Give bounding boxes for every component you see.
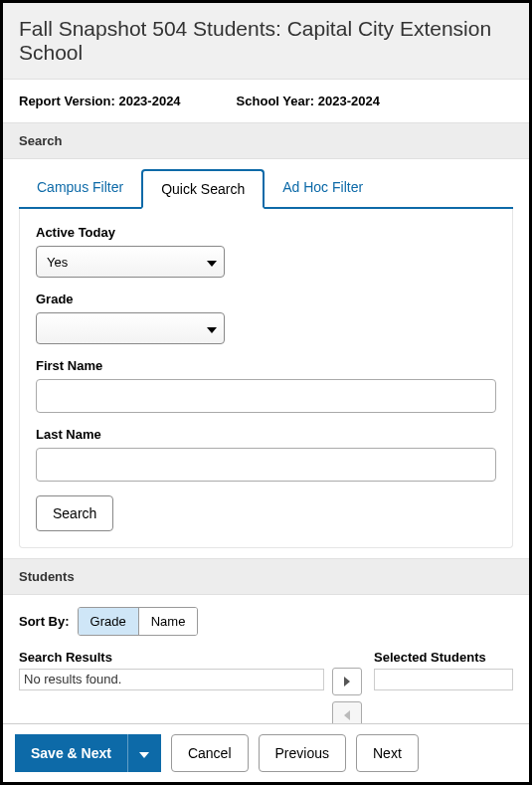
tabs-container: Campus Filter Quick Search Ad Hoc Filter bbox=[3, 159, 529, 209]
tab-ad-hoc-filter[interactable]: Ad Hoc Filter bbox=[265, 169, 381, 207]
school-year-value: 2023-2024 bbox=[318, 94, 380, 108]
cancel-button[interactable]: Cancel bbox=[171, 734, 249, 772]
grade-select-wrap bbox=[36, 312, 225, 344]
search-results-heading: Search Results bbox=[19, 650, 324, 665]
footer-bar: Save & Next Cancel Previous Next bbox=[3, 723, 529, 782]
chevron-left-icon bbox=[343, 708, 351, 723]
active-today-select-wrap: Yes bbox=[36, 246, 225, 278]
search-button[interactable]: Search bbox=[36, 495, 113, 531]
sort-name-button[interactable]: Name bbox=[139, 608, 198, 635]
grade-group: Grade bbox=[36, 292, 496, 344]
students-section-header: Students bbox=[3, 558, 529, 595]
report-version-value: 2023-2024 bbox=[118, 94, 180, 108]
sort-by-label: Sort By: bbox=[19, 614, 70, 629]
grade-label: Grade bbox=[36, 292, 496, 306]
first-name-label: First Name bbox=[36, 358, 496, 373]
students-panel: Sort By: Grade Name Search Results No re… bbox=[3, 595, 529, 741]
save-next-button[interactable]: Save & Next bbox=[15, 734, 127, 772]
results-row: Search Results No results found. Selecte… bbox=[19, 650, 513, 729]
last-name-input[interactable] bbox=[36, 448, 496, 482]
tab-campus-filter[interactable]: Campus Filter bbox=[19, 169, 141, 207]
last-name-label: Last Name bbox=[36, 427, 496, 442]
active-today-label: Active Today bbox=[36, 225, 496, 240]
report-meta: Report Version: 2023-2024 School Year: 2… bbox=[3, 80, 529, 122]
sort-toggle-group: Grade Name bbox=[78, 607, 199, 636]
save-next-dropdown-button[interactable] bbox=[127, 734, 161, 772]
caret-down-icon bbox=[139, 746, 149, 761]
grade-select[interactable] bbox=[36, 312, 225, 344]
search-results-box[interactable]: No results found. bbox=[19, 669, 324, 690]
chevron-right-icon bbox=[343, 675, 351, 689]
active-today-select[interactable]: Yes bbox=[36, 246, 225, 278]
school-year: School Year: 2023-2024 bbox=[237, 94, 380, 108]
next-button[interactable]: Next bbox=[356, 734, 419, 772]
selected-students-col: Selected Students bbox=[374, 650, 513, 729]
search-section-header: Search bbox=[3, 122, 529, 159]
search-results-col: Search Results No results found. bbox=[19, 650, 324, 729]
move-arrows-col bbox=[332, 668, 366, 729]
first-name-input[interactable] bbox=[36, 379, 496, 413]
move-right-button[interactable] bbox=[332, 668, 362, 695]
active-today-group: Active Today Yes bbox=[36, 225, 496, 278]
quick-search-panel: Active Today Yes Grade First Name Last N… bbox=[19, 209, 513, 548]
report-version: Report Version: 2023-2024 bbox=[19, 94, 181, 108]
selected-students-box[interactable] bbox=[374, 669, 513, 690]
school-year-label: School Year: bbox=[237, 94, 315, 108]
report-version-label: Report Version: bbox=[19, 94, 115, 108]
tab-quick-search[interactable]: Quick Search bbox=[141, 169, 265, 209]
save-next-split-button: Save & Next bbox=[15, 734, 161, 772]
no-results-text: No results found. bbox=[24, 672, 121, 687]
search-tabs: Campus Filter Quick Search Ad Hoc Filter bbox=[19, 169, 513, 209]
previous-button[interactable]: Previous bbox=[259, 734, 346, 772]
page-header: Fall Snapshot 504 Students: Capital City… bbox=[3, 3, 529, 80]
last-name-group: Last Name bbox=[36, 427, 496, 482]
sort-row: Sort By: Grade Name bbox=[19, 607, 513, 636]
selected-students-heading: Selected Students bbox=[374, 650, 513, 665]
page-title: Fall Snapshot 504 Students: Capital City… bbox=[19, 17, 513, 65]
first-name-group: First Name bbox=[36, 358, 496, 413]
sort-grade-button[interactable]: Grade bbox=[79, 608, 139, 635]
